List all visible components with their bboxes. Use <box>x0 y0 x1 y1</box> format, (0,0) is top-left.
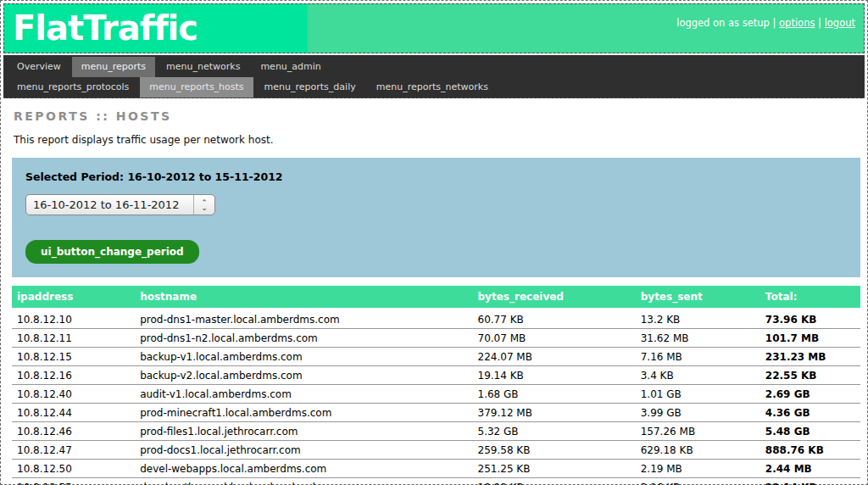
cell-bytes-sent: 1.01 GB <box>636 385 760 404</box>
cell-hostname: backup-v1.local.amberdms.com <box>135 348 472 366</box>
cell-bytes-received: 259.58 KB <box>473 441 636 460</box>
cell-bytes-sent: 157.26 MB <box>636 422 760 441</box>
cell-bytes-sent: 3.4 KB <box>636 366 760 385</box>
nav-tab-menu-reports-hosts[interactable]: menu_reports_hosts <box>140 77 253 98</box>
cell-bytes-sent: 7.16 MB <box>636 348 760 366</box>
table-row: 10.8.12.10prod-dns1-master.local.amberdm… <box>12 309 860 329</box>
table-row: 10.8.12.50devel-webapps.local.amberdms.c… <box>12 460 860 478</box>
cell-hostname: prod-minecraft1.local.amberdms.com <box>135 404 472 422</box>
cell-hostname: prod-files1.local.jethrocarr.com <box>135 422 472 441</box>
table-row: 10.8.12.46prod-files1.local.jethrocarr.c… <box>12 422 860 441</box>
login-separator: | <box>773 17 776 29</box>
table-row: 10.8.12.16backup-v2.local.amberdms.com19… <box>12 366 860 385</box>
table-row: 10.8.12.47prod-docs1.local.jethrocarr.co… <box>12 441 860 460</box>
logout-link[interactable]: logout <box>825 17 855 29</box>
cell-hostname: audit-v1.local.amberdms.com <box>135 385 472 404</box>
cell-bytes-received: 224.07 MB <box>473 348 636 366</box>
cell-bytes-sent: 629.18 KB <box>636 441 760 460</box>
cell-total: 101.7 MB <box>760 329 860 348</box>
cell-ipaddress: 10.8.12.11 <box>12 329 135 348</box>
column-header-hostname: hostname <box>135 286 472 309</box>
cell-total: 4.36 GB <box>760 404 860 422</box>
cell-ipaddress: 10.8.12.16 <box>12 366 135 385</box>
table-row: 10.8.12.40audit-v1.local.amberdms.com1.6… <box>12 385 860 404</box>
cell-ipaddress: 10.8.12.40 <box>12 385 135 404</box>
selected-period-label: Selected Period: 16-10-2012 to 15-11-201… <box>25 170 847 183</box>
cell-ipaddress: 10.8.12.10 <box>12 309 135 329</box>
chevron-down-icon: ⌄ <box>201 205 208 210</box>
cell-bytes-sent: 3.16 KB <box>636 478 760 485</box>
main-nav: Overviewmenu_reportsmenu_networksmenu_ad… <box>3 55 865 98</box>
nav-row-primary: Overviewmenu_reportsmenu_networksmenu_ad… <box>8 57 865 77</box>
nav-tab-menu-reports[interactable]: menu_reports <box>72 57 155 77</box>
cell-ipaddress: 10.8.12.44 <box>12 404 135 422</box>
cell-total: 22.55 KB <box>760 366 860 385</box>
period-select[interactable]: 16-10-2012 to 16-11-2012 ⌃ ⌄ <box>25 194 215 215</box>
login-status-text: logged on as setup <box>676 17 770 29</box>
login-separator: | <box>818 17 821 29</box>
app-header: FlatTraffic logged on as setup | options… <box>3 3 865 53</box>
cell-total: 73.96 KB <box>760 309 860 329</box>
nav-row-secondary: menu_reports_protocolsmenu_reports_hosts… <box>8 77 865 98</box>
cell-total: 231.23 MB <box>760 348 860 366</box>
cell-bytes-received: 5.32 GB <box>473 422 636 441</box>
cell-hostname: prod-dns1-master.local.amberdms.com <box>135 309 472 329</box>
cell-total: 2.69 GB <box>760 385 860 404</box>
options-link[interactable]: options <box>779 17 815 29</box>
table-row: 10.8.12.55devel-auth-openldap.local.ambe… <box>12 478 860 485</box>
column-header-bytes-sent: bytes_sent <box>636 286 760 309</box>
cell-hostname: devel-webapps.local.amberdms.com <box>135 460 472 478</box>
nav-tab-overview[interactable]: Overview <box>8 57 70 77</box>
cell-ipaddress: 10.8.12.46 <box>12 422 135 441</box>
table-row: 10.8.12.44prod-minecraft1.local.amberdms… <box>12 404 860 422</box>
column-header-ipaddress: ipaddress <box>12 286 135 309</box>
nav-tab-menu-reports-daily[interactable]: menu_reports_daily <box>255 77 365 98</box>
cell-bytes-received: 18.99 KB <box>473 478 636 485</box>
cell-bytes-sent: 3.99 GB <box>636 404 760 422</box>
cell-total: 22.14 KB <box>760 478 860 485</box>
cell-bytes-sent: 13.2 KB <box>636 309 760 329</box>
cell-ipaddress: 10.8.12.55 <box>12 478 135 485</box>
nav-tab-menu-reports-protocols[interactable]: menu_reports_protocols <box>8 77 138 98</box>
cell-bytes-received: 379.12 MB <box>473 404 636 422</box>
page-title: REPORTS :: HOSTS <box>14 109 859 123</box>
table-row: 10.8.12.15backup-v1.local.amberdms.com22… <box>12 348 860 366</box>
cell-hostname: backup-v2.local.amberdms.com <box>135 366 472 385</box>
login-info: logged on as setup | options | logout <box>676 17 855 29</box>
cell-hostname: prod-dns1-n2.local.amberdms.com <box>135 329 472 348</box>
select-spinner-icon: ⌃ ⌄ <box>193 195 214 215</box>
table-header-row: ipaddresshostnamebytes_receivedbytes_sen… <box>12 286 860 309</box>
period-select-value: 16-10-2012 to 16-11-2012 <box>26 198 193 211</box>
app-logo: FlatTraffic <box>4 4 308 53</box>
nav-tab-menu-networks[interactable]: menu_networks <box>157 57 249 77</box>
cell-ipaddress: 10.8.12.47 <box>12 441 135 460</box>
cell-total: 2.44 MB <box>760 460 860 478</box>
cell-total: 888.76 KB <box>760 441 860 460</box>
table-row: 10.8.12.11prod-dns1-n2.local.amberdms.co… <box>12 329 860 348</box>
cell-bytes-sent: 2.19 MB <box>636 460 760 478</box>
host-table: ipaddresshostnamebytes_receivedbytes_sen… <box>12 286 860 485</box>
cell-bytes-received: 70.07 MB <box>473 329 636 348</box>
nav-tab-menu-reports-networks[interactable]: menu_reports_networks <box>367 77 498 98</box>
cell-bytes-received: 1.68 GB <box>473 385 636 404</box>
cell-hostname: devel-auth-openldap.local.amberdms.com <box>135 478 472 485</box>
cell-bytes-received: 60.77 KB <box>473 309 636 329</box>
column-header-total: Total: <box>760 286 860 309</box>
nav-tab-menu-admin[interactable]: menu_admin <box>251 57 330 77</box>
host-table-body: 10.8.12.10prod-dns1-master.local.amberdm… <box>12 309 860 485</box>
cell-bytes-received: 19.14 KB <box>473 366 636 385</box>
cell-bytes-received: 251.25 KB <box>473 460 636 478</box>
cell-bytes-sent: 31.62 MB <box>636 329 760 348</box>
cell-total: 5.48 GB <box>760 422 860 441</box>
cell-ipaddress: 10.8.12.15 <box>12 348 135 366</box>
cell-hostname: prod-docs1.local.jethrocarr.com <box>135 441 472 460</box>
page-description: This report displays traffic usage per n… <box>14 134 859 146</box>
column-header-bytes-received: bytes_received <box>473 286 636 309</box>
period-panel: Selected Period: 16-10-2012 to 15-11-201… <box>12 158 860 277</box>
content-area: REPORTS :: HOSTS This report displays tr… <box>3 98 865 485</box>
change-period-button[interactable]: ui_button_change_period <box>25 240 199 264</box>
page-container: FlatTraffic logged on as setup | options… <box>0 0 868 485</box>
cell-ipaddress: 10.8.12.50 <box>12 460 135 478</box>
